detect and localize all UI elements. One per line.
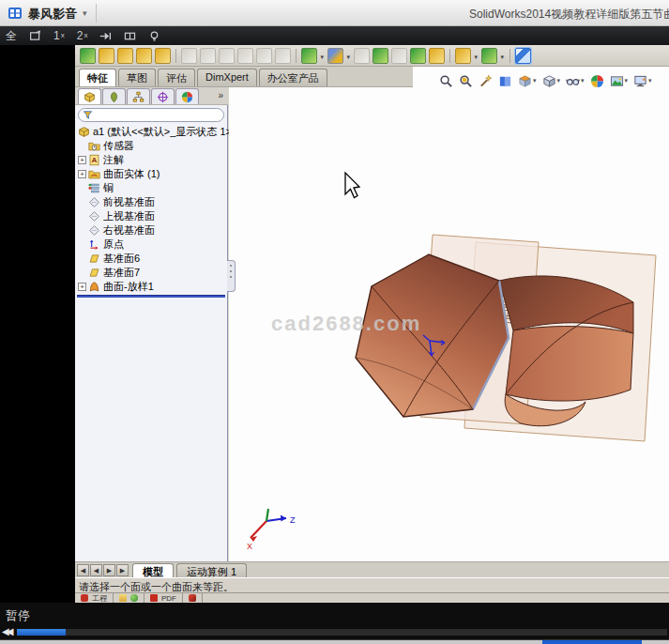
configurationmanager-tab[interactable] bbox=[127, 88, 150, 104]
delete-face-tool[interactable] bbox=[256, 48, 272, 64]
ribbon-tab-特征[interactable]: 特征 bbox=[79, 69, 116, 86]
ribbon-tab-草图[interactable]: 草图 bbox=[118, 69, 156, 86]
speed-2x-button[interactable]: 2x bbox=[77, 30, 88, 41]
tab-nav-button-3[interactable]: ▶ bbox=[116, 564, 129, 576]
featuremanager-tab[interactable] bbox=[78, 88, 101, 104]
dropdown-caret-icon[interactable]: ▾ bbox=[500, 54, 504, 61]
triad-x-label: X bbox=[247, 542, 252, 551]
app-name[interactable]: 暴风影音 bbox=[28, 6, 77, 23]
panel-overflow-button[interactable]: » bbox=[218, 90, 223, 100]
mirror-tool[interactable] bbox=[354, 48, 370, 64]
rollback-bar[interactable] bbox=[77, 295, 225, 298]
tree-item-上视基准面[interactable]: 上视基准面 bbox=[75, 209, 228, 223]
dropdown-caret-icon[interactable]: ▾ bbox=[557, 77, 561, 84]
sketch-tool[interactable]: ▾ bbox=[455, 48, 471, 64]
dropdown-caret-icon[interactable]: ▾ bbox=[474, 54, 478, 61]
split-icon bbox=[124, 30, 136, 42]
dropdown-caret-icon[interactable]: ▾ bbox=[346, 54, 350, 61]
tree-item-曲面-放样1[interactable]: +曲面-放样1 bbox=[75, 280, 228, 294]
taskbar-folder[interactable] bbox=[114, 593, 144, 603]
trim-surface-tool[interactable] bbox=[391, 48, 407, 64]
taskbar-app-red[interactable]: 工程 bbox=[75, 593, 114, 603]
tree-item-前视基准面[interactable]: 前视基准面 bbox=[75, 195, 228, 209]
mid-surface-tool[interactable] bbox=[219, 48, 235, 64]
datumplane-icon bbox=[88, 253, 100, 265]
taskbar-pdf[interactable]: PDF bbox=[144, 593, 183, 603]
bottom-tab-运动算例 1[interactable]: 运动算例 1 bbox=[176, 563, 247, 577]
dimxpertmanager-tab[interactable] bbox=[151, 88, 175, 104]
view-orientation-button[interactable]: ▾ bbox=[542, 74, 561, 88]
dropdown-caret-icon[interactable]: ▾ bbox=[320, 54, 324, 61]
graphics-area[interactable]: 基准面6 准面7 bbox=[229, 87, 669, 561]
tree-item-原点[interactable]: 原点 bbox=[75, 238, 228, 252]
ruled-surface-tool[interactable] bbox=[237, 48, 253, 64]
ribbon-tab-DimXpert[interactable]: DimXpert bbox=[197, 69, 257, 86]
tab-nav-button-0[interactable]: ◀ bbox=[77, 564, 89, 576]
lighting-button[interactable] bbox=[148, 30, 160, 42]
expand-icon[interactable]: + bbox=[78, 170, 86, 178]
pin-on-top-button[interactable] bbox=[99, 30, 112, 42]
dropdown-caret-icon[interactable]: ▾ bbox=[648, 77, 652, 84]
filled-surface-tool[interactable] bbox=[200, 48, 216, 64]
revolved-surface-tool[interactable] bbox=[99, 48, 114, 64]
extruded-surface-tool[interactable] bbox=[80, 48, 96, 64]
section-book-button[interactable] bbox=[498, 74, 512, 88]
bottom-tab-模型[interactable]: 模型 bbox=[132, 563, 174, 577]
b-rbox-icon bbox=[189, 594, 196, 602]
tree-item-曲面实体 (1)[interactable]: +曲面实体 (1) bbox=[75, 167, 228, 181]
tree-filter-input[interactable] bbox=[78, 108, 224, 122]
snapshot-button[interactable] bbox=[29, 30, 41, 42]
curves-tool[interactable]: ▾ bbox=[481, 48, 497, 64]
tree-root-part[interactable]: a1 (默认<<默认>_显示状态 1>) bbox=[75, 125, 228, 139]
tab-nav-button-2[interactable]: ▶ bbox=[103, 564, 115, 576]
zoom-area-button[interactable] bbox=[459, 74, 473, 88]
speed-1x-button[interactable]: 1x bbox=[53, 30, 65, 41]
tab-nav-button-1[interactable]: ◀ bbox=[90, 564, 102, 576]
fillet-tool[interactable]: ▾ bbox=[301, 48, 317, 64]
material-icon bbox=[88, 182, 100, 194]
extend-surface-tool[interactable] bbox=[275, 48, 291, 64]
watermark: cad2688.com bbox=[271, 312, 421, 335]
displaymanager-tab[interactable] bbox=[175, 88, 199, 104]
expand-icon[interactable]: + bbox=[78, 283, 86, 291]
tree-item-基准面6[interactable]: 基准面6 bbox=[75, 252, 228, 266]
split-screen-button[interactable] bbox=[124, 30, 136, 42]
b-green-icon bbox=[130, 594, 138, 602]
app-menu-caret-icon[interactable]: ▾ bbox=[83, 8, 87, 18]
tree-item-右视基准面[interactable]: 右视基准面 bbox=[75, 223, 228, 238]
panel-collapse-handle[interactable] bbox=[227, 260, 236, 292]
ribbon-tab-评估[interactable]: 评估 bbox=[158, 69, 195, 86]
pattern-tool[interactable]: ▾ bbox=[327, 48, 343, 64]
tree-item-基准面7[interactable]: 基准面7 bbox=[75, 266, 228, 280]
swept-surface-tool[interactable] bbox=[117, 48, 133, 64]
tree-item-注解[interactable]: +注解 bbox=[75, 153, 228, 167]
boundary-surface-tool[interactable] bbox=[155, 48, 171, 64]
untrim-surface-tool[interactable] bbox=[410, 48, 426, 64]
tree-item-铜[interactable]: 铜 bbox=[75, 181, 228, 195]
lofted-surface-tool[interactable] bbox=[136, 48, 152, 64]
dropdown-caret-icon[interactable]: ▾ bbox=[533, 77, 537, 84]
tree-item-label: 曲面-放样1 bbox=[103, 280, 154, 294]
thicken-tool[interactable] bbox=[429, 48, 445, 64]
expand-icon[interactable]: + bbox=[78, 156, 86, 164]
freeform-tool[interactable] bbox=[181, 48, 197, 64]
rewind-icon[interactable]: ◀◀ bbox=[2, 626, 10, 636]
appearance-button[interactable] bbox=[590, 74, 604, 88]
tree-item-传感器[interactable]: 传感器 bbox=[75, 139, 228, 153]
knit-surface-tool[interactable] bbox=[373, 48, 388, 64]
dropdown-caret-icon[interactable]: ▾ bbox=[581, 77, 585, 84]
zoom-fit-button[interactable] bbox=[439, 74, 453, 88]
propertymanager-tab[interactable] bbox=[102, 88, 126, 104]
fullscreen-button[interactable]: 全 bbox=[6, 30, 17, 41]
display-style-button[interactable]: ▾ bbox=[566, 74, 585, 88]
section-view-button[interactable]: ▾ bbox=[518, 74, 537, 88]
progress-bar-track[interactable] bbox=[17, 629, 667, 636]
magic-wand-button[interactable] bbox=[479, 74, 493, 88]
scene-button[interactable]: ▾ bbox=[610, 74, 629, 88]
ribbon-tab-办公室产品[interactable]: 办公室产品 bbox=[259, 69, 327, 86]
offset-surface-tool-active[interactable] bbox=[515, 48, 531, 64]
dropdown-caret-icon[interactable]: ▾ bbox=[625, 77, 629, 84]
magarea-icon bbox=[459, 74, 473, 88]
view-settings-button[interactable]: ▾ bbox=[633, 74, 652, 88]
taskbar-red-box[interactable] bbox=[183, 593, 203, 603]
